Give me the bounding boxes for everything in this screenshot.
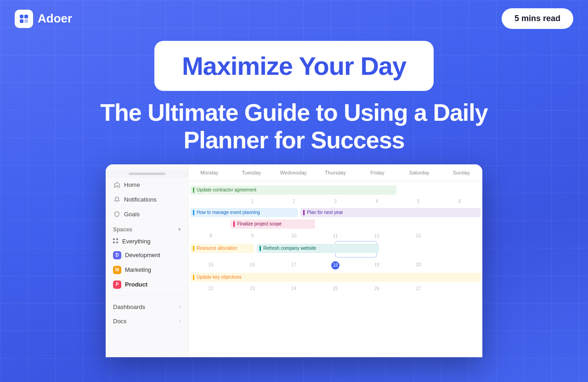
day-wednesday: Wednesday [272, 168, 314, 177]
date-cell-today: 18 [331, 261, 339, 270]
marketing-badge: M [113, 266, 121, 274]
date-cell: 25 [315, 285, 356, 292]
date-cell: 27 [397, 285, 439, 292]
date-cell [439, 232, 481, 239]
date-cell: 24 [273, 285, 315, 292]
read-time-badge: 5 mins read [502, 8, 573, 29]
event-update-contractor[interactable]: Update contractor agreement [190, 185, 396, 195]
marketing-label: Marketing [125, 266, 151, 273]
date-cell: 5 [397, 198, 439, 205]
event-update-objectives[interactable]: Update key objectives [190, 273, 481, 282]
subtitle-line1: The Ultimate Guide to Using a Daily [100, 99, 487, 126]
shield-icon [113, 211, 120, 218]
dashboards-left: Dashboards [113, 303, 145, 310]
date-cell: 22 [190, 285, 232, 292]
sidebar-item-everything[interactable]: Everything [106, 235, 188, 248]
sidebar-item-dashboards[interactable]: Dashboards › [106, 300, 188, 314]
everything-label: Everything [122, 238, 150, 245]
subtitle: The Ultimate Guide to Using a Daily Plan… [100, 99, 487, 154]
date-cell: 13 [397, 232, 439, 239]
date-cell: 20 [397, 261, 439, 270]
date-cell: 16 [232, 261, 273, 270]
product-badge: P [113, 281, 121, 289]
date-cell: 3 [315, 198, 356, 205]
event-finalize-scope[interactable]: Finalize project scope [231, 219, 315, 229]
sidebar-item-development[interactable]: D Development [106, 248, 188, 263]
sidebar-item-goals[interactable]: Goals [106, 207, 188, 222]
goals-label: Goals [124, 211, 140, 218]
dashboards-label: Dashboards [113, 303, 145, 310]
app-window: Home Notifications Goals [106, 164, 482, 357]
sidebar-item-notifications[interactable]: Notifications [106, 192, 188, 207]
week2-events: How to manage event planning Plan for ne… [190, 207, 481, 230]
sidebar-item-marketing[interactable]: M Marketing [106, 263, 188, 277]
development-badge: D [113, 251, 121, 259]
event-resource-allocation[interactable]: Resource allocation [190, 244, 254, 253]
sidebar: Home Notifications Goals [106, 164, 188, 357]
svg-rect-1 [24, 15, 28, 18]
date-cell: 8 [190, 232, 232, 239]
logo-area: Adoer [15, 10, 72, 28]
sidebar-item-product[interactable]: P Product [106, 277, 188, 292]
everything-icon [113, 238, 119, 244]
date-cell: 2 [273, 198, 315, 205]
date-cell: 11 [315, 232, 356, 239]
notifications-label: Notifications [124, 196, 157, 203]
docs-label: Docs [113, 318, 127, 325]
week1-events: Update contractor agreement [190, 184, 481, 196]
date-cell: 6 [439, 198, 481, 205]
development-label: Development [125, 252, 160, 258]
svg-rect-0 [20, 15, 23, 18]
event-refresh-website[interactable]: Refresh company website [257, 244, 379, 253]
day-thursday: Thursday [314, 168, 356, 177]
date-cell [439, 285, 481, 292]
day-monday: Monday [188, 168, 230, 177]
date-cell: 4 [356, 198, 397, 205]
content-area: Maximize Your Day The Ultimate Guide to … [0, 37, 588, 357]
day-friday: Friday [356, 168, 398, 177]
topbar: Adoer 5 mins read [0, 0, 588, 37]
event-manage-planning[interactable]: How to manage event planning [190, 208, 298, 217]
svg-rect-2 [20, 19, 23, 23]
logo-icon [15, 10, 33, 28]
home-label: Home [124, 181, 140, 188]
calendar-main: Monday Tuesday Wednesday Thursday Friday… [188, 164, 482, 357]
week3-dates: 15 16 17 18 19 20 [188, 260, 482, 270]
week4-dates: 22 23 24 25 26 27 [188, 284, 482, 293]
date-cell: 15 [190, 261, 232, 270]
spaces-section: Spaces ▾ [106, 222, 188, 235]
window-top-bar [106, 170, 188, 178]
event-plan-next-year[interactable]: Plan for next year [300, 208, 481, 217]
day-tuesday: Tuesday [230, 168, 272, 177]
calendar-header: Monday Tuesday Wednesday Thursday Friday… [188, 164, 482, 181]
week3-events: Resource allocation Refresh company webs… [190, 241, 481, 259]
date-cell: 10 [273, 232, 315, 239]
logo-name: Adoer [38, 11, 72, 26]
week4-events: Update key objectives [190, 271, 481, 283]
date-cell: 12 [356, 232, 397, 239]
title-pill-text: Maximize Your Day [182, 51, 406, 80]
home-icon [113, 181, 120, 189]
spaces-chevron: ▾ [178, 227, 181, 232]
date-cell [439, 261, 481, 270]
date-cell [190, 198, 232, 205]
date-cell: 9 [232, 232, 273, 239]
date-cell: 1 [232, 198, 273, 205]
docs-chevron: › [179, 319, 181, 324]
date-cell: 19 [356, 261, 397, 270]
week2-dates: 8 9 10 11 12 13 [188, 231, 482, 240]
week1-dates: 1 2 3 4 5 6 [188, 197, 482, 206]
window-top-notch [129, 173, 165, 175]
title-pill: Maximize Your Day [154, 41, 434, 91]
subtitle-line2: Planner for Success [184, 127, 405, 153]
svg-rect-3 [24, 19, 28, 23]
day-saturday: Saturday [398, 168, 440, 177]
bell-icon [113, 196, 120, 203]
sidebar-item-docs[interactable]: Docs › [106, 314, 188, 328]
date-cell: 23 [232, 285, 273, 292]
day-sunday: Sunday [441, 168, 482, 177]
divider [106, 296, 188, 296]
date-cell: 17 [273, 261, 315, 270]
sidebar-item-home[interactable]: Home [106, 178, 188, 192]
calendar-body: Update contractor agreement 1 2 3 4 5 6 … [188, 181, 482, 295]
